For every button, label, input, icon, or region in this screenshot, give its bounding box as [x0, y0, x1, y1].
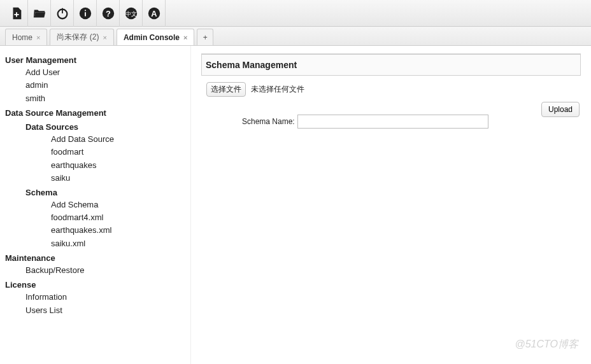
tab-admin-console[interactable]: Admin Console × [117, 29, 194, 45]
panel-title: Schema Management [201, 54, 581, 76]
sidebar-item-saiku-xml[interactable]: saiku.xml [51, 237, 185, 250]
content-area: Schema Management 选择文件 未选择任何文件 Schema Na… [191, 46, 591, 364]
sidebar-item-information[interactable]: Information [25, 291, 185, 304]
svg-text:中文: 中文 [125, 10, 137, 17]
close-icon[interactable]: × [183, 34, 187, 41]
language-icon: 中文 [124, 6, 138, 20]
tab-label: Home [12, 33, 32, 42]
open-button[interactable] [28, 0, 51, 27]
sidebar-section-license[interactable]: License [5, 279, 185, 291]
schema-management-panel: Schema Management 选择文件 未选择任何文件 Schema Na… [201, 53, 581, 165]
sidebar-subsection-schema[interactable]: Schema [25, 187, 185, 199]
sidebar-item-add-schema[interactable]: Add Schema [51, 199, 185, 211]
sidebar-item-add-user[interactable]: Add User [25, 66, 185, 79]
watermark-text: @51CTO博客 [515, 338, 578, 351]
sidebar-subsection-data-sources[interactable]: Data Sources [25, 122, 185, 133]
tab-home[interactable]: Home × [5, 29, 47, 45]
sidebar-item-add-data-source[interactable]: Add Data Source [51, 133, 185, 146]
schema-name-label: Schema Name: [242, 117, 295, 126]
sidebar-item-earthquakes-xml[interactable]: earthquakes.xml [51, 224, 185, 237]
sidebar-section-data-source-management[interactable]: Data Source Management [5, 108, 185, 119]
sidebar-item-foodmart[interactable]: foodmart [51, 146, 185, 158]
folder-open-icon [32, 6, 46, 20]
svg-text:A: A [151, 8, 157, 18]
sidebar-item-smith[interactable]: smith [25, 92, 185, 105]
svg-rect-3 [85, 12, 86, 16]
sidebar: User Management Add User admin smith Dat… [0, 46, 191, 364]
language-button[interactable]: 中文 [120, 0, 143, 27]
svg-rect-1 [62, 8, 63, 13]
schema-name-input[interactable] [297, 115, 488, 129]
info-icon [78, 6, 92, 20]
svg-rect-4 [85, 10, 86, 11]
sidebar-item-foodmart4-xml[interactable]: foodmart4.xml [51, 211, 185, 224]
admin-icon: A [147, 6, 161, 20]
tab-unsaved[interactable]: 尚未保存 (2) × [50, 29, 113, 45]
tab-label: Admin Console [124, 33, 180, 42]
sidebar-section-maintenance[interactable]: Maintenance [5, 253, 185, 264]
close-icon[interactable]: × [36, 34, 40, 41]
new-file-button[interactable] [5, 0, 28, 27]
help-button[interactable]: ? [97, 0, 120, 27]
help-icon: ? [101, 6, 115, 20]
info-button[interactable] [74, 0, 97, 27]
sidebar-item-backup-restore[interactable]: Backup/Restore [25, 264, 185, 277]
power-icon [55, 6, 69, 20]
top-toolbar: ? 中文 A [0, 0, 591, 27]
upload-button[interactable]: Upload [541, 102, 580, 117]
sidebar-item-saiku[interactable]: saiku [51, 172, 185, 185]
sidebar-item-admin[interactable]: admin [25, 79, 185, 92]
close-icon[interactable]: × [103, 34, 106, 41]
power-button[interactable] [51, 0, 74, 27]
svg-text:?: ? [106, 8, 111, 18]
sidebar-item-users-list[interactable]: Users List [25, 304, 185, 317]
tab-label: 尚未保存 (2) [57, 32, 99, 43]
new-file-icon [10, 6, 24, 20]
main-area: User Management Add User admin smith Dat… [0, 46, 591, 364]
admin-button[interactable]: A [143, 0, 166, 27]
choose-file-button[interactable]: 选择文件 [206, 82, 246, 97]
sidebar-section-user-management[interactable]: User Management [5, 55, 185, 66]
tab-new[interactable]: + [197, 29, 213, 45]
tab-bar: Home × 尚未保存 (2) × Admin Console × + [0, 27, 591, 46]
no-file-text: 未选择任何文件 [251, 85, 304, 94]
sidebar-item-earthquakes[interactable]: earthquakes [51, 159, 185, 172]
